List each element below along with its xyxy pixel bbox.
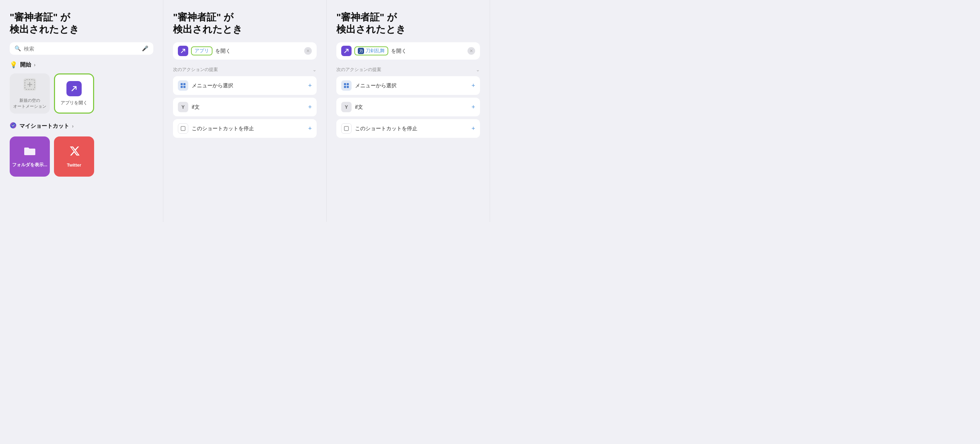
panel-2-suggestion-2[interactable]: このショートカットを停止 +	[173, 119, 317, 138]
panel-3-action-icon	[341, 46, 352, 56]
panel-2-add-btn-1[interactable]: +	[308, 104, 312, 111]
svg-rect-13	[347, 86, 349, 88]
panel-1-title: "審神者証" が 検出されたとき	[10, 11, 153, 35]
panel-3-add-btn-1[interactable]: +	[471, 104, 475, 111]
panel-3-suggestion-1[interactable]: Y if文 +	[336, 97, 480, 117]
panel-2-add-btn-2[interactable]: +	[308, 125, 312, 132]
panel-3-suggestion-0[interactable]: メニューから選択 +	[336, 76, 480, 95]
y-icon-1: Y	[178, 102, 188, 112]
mic-icon[interactable]: 🎤	[142, 45, 148, 52]
game-app-icon: 刀	[358, 48, 364, 54]
panel-2-action-icon	[178, 46, 188, 56]
search-bar[interactable]: 🔍 🎤	[10, 42, 153, 55]
start-chevron: ›	[34, 62, 36, 67]
open-app-label: アプリを開く	[60, 100, 88, 106]
panel-3-action-row[interactable]: 刀 刀剣乱舞 を開く ✕	[336, 42, 480, 59]
my-shortcuts-label: マイショートカット	[19, 123, 69, 130]
panel-1: "審神者証" が 検出されたとき 🔍 🎤 💡 開始 › 新規の空の オートメーシ…	[0, 0, 163, 222]
folder-icon	[24, 145, 36, 158]
y-letter-p3: Y	[345, 104, 348, 110]
start-label: 開始	[20, 61, 31, 69]
panel-3-suggestion-label-1: if文	[355, 104, 471, 110]
my-shortcuts-chevron: ›	[72, 123, 74, 129]
svg-rect-14	[344, 126, 348, 131]
panel-2-title: "審神者証" が 検出されたとき	[173, 11, 317, 35]
y-letter: Y	[181, 104, 185, 110]
twitter-icon	[68, 145, 80, 159]
square-icon-p3-2	[341, 123, 352, 134]
panel-2-suggestions-label: 次のアクションの提案	[173, 67, 218, 73]
new-empty-label: 新規の空の オートメーション	[13, 97, 46, 109]
panel-2-add-btn-0[interactable]: +	[308, 82, 312, 89]
panel-2-suggestion-0[interactable]: メニューから選択 +	[173, 76, 317, 95]
svg-rect-10	[344, 83, 346, 85]
panel-2-suggestion-label-1: if文	[192, 104, 308, 110]
panel-3-add-btn-2[interactable]: +	[471, 125, 475, 132]
panel-2-action-row[interactable]: アプリ を開く ✕	[173, 42, 317, 59]
panel-3-action-text: を開く	[391, 48, 407, 54]
panel-3-suggestion-label-2: このショートカットを停止	[355, 125, 471, 132]
panel-2-clear-btn[interactable]: ✕	[304, 47, 312, 55]
panel-2-action-text: を開く	[215, 48, 231, 54]
twitter-tile[interactable]: Twitter	[54, 136, 94, 177]
app-pill-game[interactable]: 刀 刀剣乱舞	[354, 46, 388, 56]
shortcut-grid: フォルダを表示... Twitter	[10, 136, 153, 177]
search-input[interactable]	[24, 46, 139, 52]
panel-2-suggestion-label-2: このショートカットを停止	[192, 125, 308, 132]
open-app-icon	[67, 81, 82, 96]
app-pill-empty[interactable]: アプリ	[191, 46, 212, 56]
panel-3-suggestions-label: 次のアクションの提案	[336, 67, 381, 73]
grid-icon-p3-0	[341, 80, 352, 91]
svg-rect-7	[181, 126, 185, 131]
bulb-icon: 💡	[10, 61, 17, 69]
panel-2-suggestions-chevron[interactable]: ⌄	[312, 67, 317, 72]
panel-3-suggestions-chevron[interactable]: ⌄	[476, 67, 480, 72]
folder-label: フォルダを表示...	[12, 162, 48, 168]
panel-2-suggestion-label-0: メニューから選択	[192, 82, 308, 89]
twitter-label: Twitter	[67, 163, 81, 168]
svg-rect-11	[347, 83, 349, 85]
square-icon-2	[178, 123, 188, 134]
panel-2-suggestion-1[interactable]: Y if文 +	[173, 97, 317, 117]
panel-3-title: "審神者証" が 検出されたとき	[336, 11, 480, 35]
action-grid: 新規の空の オートメーション アプリを開く	[10, 73, 153, 113]
panel-3-clear-btn[interactable]: ✕	[468, 47, 475, 55]
open-app-card[interactable]: アプリを開く	[54, 73, 94, 113]
svg-rect-3	[181, 83, 183, 85]
shortcuts-icon	[10, 122, 17, 130]
svg-rect-4	[183, 83, 186, 85]
panel-3-suggestion-label-0: メニューから選択	[355, 82, 471, 89]
panel-3-suggestion-2[interactable]: このショートカットを停止 +	[336, 119, 480, 138]
y-icon-p3-1: Y	[341, 102, 352, 112]
panel-3-suggestions-header: 次のアクションの提案 ⌄	[336, 67, 480, 73]
svg-rect-5	[181, 86, 183, 88]
panel-3-add-btn-0[interactable]: +	[471, 82, 475, 89]
panel-3: "審神者証" が 検出されたとき 刀 刀剣乱舞 を開く ✕ 次のアクションの提案…	[327, 0, 490, 222]
my-shortcuts-header[interactable]: マイショートカット ›	[10, 122, 153, 130]
folder-tile[interactable]: フォルダを表示...	[10, 136, 50, 177]
svg-text:刀: 刀	[359, 49, 363, 53]
new-empty-card[interactable]: 新規の空の オートメーション	[10, 73, 50, 113]
start-section-header[interactable]: 💡 開始 ›	[10, 61, 153, 69]
svg-rect-6	[183, 86, 186, 88]
panel-2: "審神者証" が 検出されたとき アプリ を開く ✕ 次のアクションの提案 ⌄ …	[163, 0, 327, 222]
new-empty-icon	[23, 78, 37, 94]
svg-rect-12	[344, 86, 346, 88]
panel-2-suggestions-header: 次のアクションの提案 ⌄	[173, 67, 317, 73]
grid-icon-0	[178, 80, 188, 91]
search-icon: 🔍	[14, 45, 21, 52]
